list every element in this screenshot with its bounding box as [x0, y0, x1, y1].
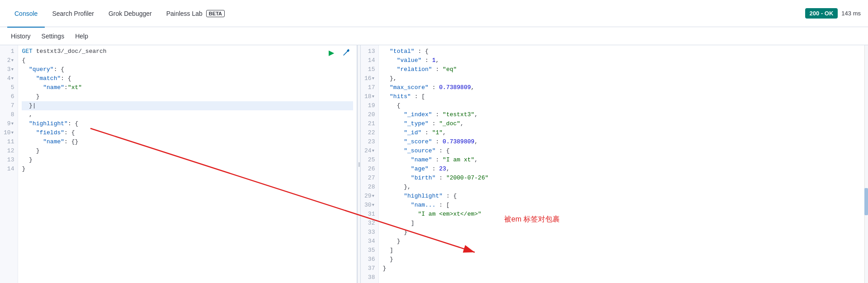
scrollbar[interactable]: [864, 45, 868, 283]
code-line-14: }: [22, 165, 353, 174]
response-panel: 13 14 15 16▾ 17 18▾ 19 20 21 22 23 24▾ 2…: [361, 45, 868, 283]
tab-grok-debugger-label: Grok Debugger: [108, 10, 152, 17]
main-area: ▶ 1 2▾ 3▾ 4▾ 5 6 7 8 9▾ 10▾ 11 12: [0, 45, 868, 283]
resp-line-23: "_score" : 0.7389809,: [382, 137, 861, 146]
resp-line-18: "hits" : [: [382, 92, 861, 101]
resp-line-17: "max_score" : 0.7389809,: [382, 83, 861, 92]
code-line-5: "name":"xt": [22, 83, 353, 92]
beta-badge: BETA: [206, 10, 225, 17]
resp-line-33: }: [382, 228, 861, 237]
code-line-8: ,: [22, 110, 353, 119]
resp-line-26: "age" : 23,: [382, 165, 861, 174]
resp-line-20: "_index" : "testxt3",: [382, 110, 861, 119]
resp-line-32: ]: [382, 219, 861, 228]
code-line-7: }|: [22, 101, 353, 110]
resp-line-34: }: [382, 237, 861, 246]
resp-line-13: "total" : {: [382, 47, 861, 56]
code-line-11: "name": {}: [22, 137, 353, 146]
response-code: "total" : { "value" : 1, "relation" : "e…: [379, 45, 864, 283]
status-time: 143 ms: [841, 10, 861, 17]
editor-content[interactable]: 1 2▾ 3▾ 4▾ 5 6 7 8 9▾ 10▾ 11 12 13 14 GE…: [0, 45, 357, 283]
code-line-9: "highlight": {: [22, 119, 353, 128]
resp-line-35: ]: [382, 246, 861, 255]
resp-line-30: "nam... : [: [382, 201, 861, 210]
tab-painless-lab-label: Painless Lab: [166, 10, 203, 17]
resp-line-22: "_id" : "1",: [382, 128, 861, 137]
code-line-3: "query": {: [22, 65, 353, 74]
resp-line-28: },: [382, 183, 861, 192]
code-line-13: }: [22, 156, 353, 165]
resp-line-38: [382, 273, 861, 282]
resp-line-29: "highlight" : {: [382, 192, 861, 201]
code-line-4: "match": {: [22, 74, 353, 83]
divider-handle-icon: ‖: [358, 162, 360, 167]
response-line-numbers: 13 14 15 16▾ 17 18▾ 19 20 21 22 23 24▾ 2…: [361, 45, 379, 283]
resp-line-36: }: [382, 255, 861, 264]
sub-nav-help[interactable]: Help: [71, 27, 92, 45]
resp-line-24: "_source" : {: [382, 146, 861, 156]
code-line-12: }: [22, 146, 353, 156]
resp-line-21: "_type" : "_doc",: [382, 119, 861, 128]
scroll-thumb: [864, 188, 868, 215]
resp-line-37: }: [382, 264, 861, 273]
resp-line-14: "value" : 1,: [382, 56, 861, 65]
sub-nav: History Settings Help: [0, 27, 868, 45]
resp-line-31: "I am <em>xt</em>": [382, 210, 861, 219]
tab-console-label: Console: [14, 10, 38, 17]
resp-line-15: "relation" : "eq": [382, 65, 861, 74]
resp-line-25: "name" : "I am xt",: [382, 156, 861, 165]
resp-line-16: },: [382, 74, 861, 83]
tab-console[interactable]: Console: [7, 0, 45, 28]
code-line-10: "fields": {: [22, 128, 353, 137]
top-nav: Console Search Profiler Grok Debugger Pa…: [0, 0, 868, 27]
tab-painless-lab[interactable]: Painless Lab BETA: [159, 0, 232, 28]
panel-divider[interactable]: ‖: [357, 45, 361, 283]
editor-line-numbers: 1 2▾ 3▾ 4▾ 5 6 7 8 9▾ 10▾ 11 12 13 14: [0, 45, 18, 283]
sub-nav-settings[interactable]: Settings: [38, 27, 68, 45]
sub-nav-history[interactable]: History: [7, 27, 34, 45]
editor-panel: ▶ 1 2▾ 3▾ 4▾ 5 6 7 8 9▾ 10▾ 11 12: [0, 45, 357, 283]
code-editor[interactable]: GET testxt3/_doc/_search { "query": { "m…: [18, 45, 357, 283]
resp-line-27: "birth" : "2000-07-26": [382, 174, 861, 183]
code-line-6: }: [22, 92, 353, 101]
tab-search-profiler[interactable]: Search Profiler: [45, 0, 101, 28]
tab-search-profiler-label: Search Profiler: [52, 10, 94, 17]
status-area: 200 - OK 143 ms: [805, 8, 861, 19]
code-line-2: {: [22, 56, 353, 65]
tab-grok-debugger[interactable]: Grok Debugger: [101, 0, 159, 28]
status-ok-badge: 200 - OK: [805, 8, 838, 19]
resp-line-19: {: [382, 101, 861, 110]
code-line-1: GET testxt3/_doc/_search: [22, 47, 353, 56]
